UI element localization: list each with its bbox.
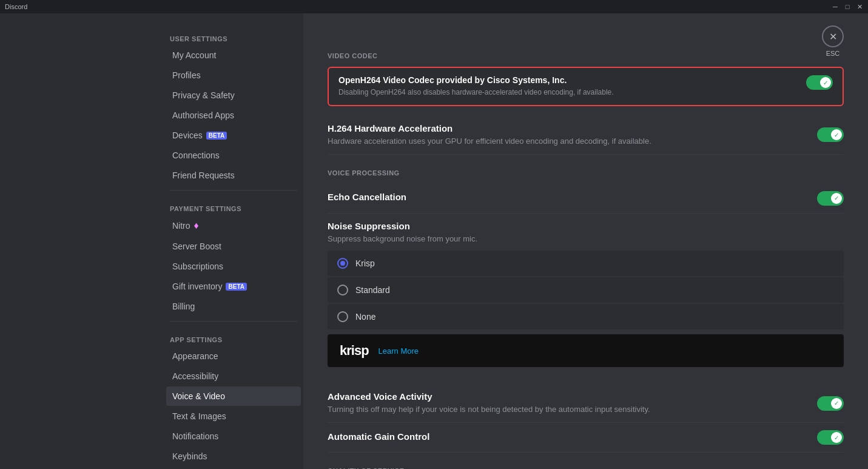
noise-suppression-title: Noise Suppression [328,221,844,231]
noise-suppression-radio-group: Krisp Standard None [328,251,844,329]
echo-cancellation-toggle[interactable]: ✓ [817,191,844,206]
radio-dot-krisp [340,261,345,266]
echo-cancellation-row: Echo Cancellation ✓ [328,184,844,214]
sidebar-item-label: Privacy & Safety [172,90,235,100]
sidebar-item-language[interactable]: Language [166,467,301,469]
settings-content: ✕ ESC VIDEO CODEC OpenH264 Video Codec p… [303,13,868,469]
sidebar-item-label: Gift inventory [172,282,222,291]
noise-suppression-section: Noise Suppression Suppress background no… [328,214,844,384]
toggle-knob: ✓ [831,129,842,140]
radio-label-none: None [355,312,375,322]
sidebar-item-label: Connections [172,150,220,160]
openh264-info: OpenH264 Video Codec provided by Cisco S… [338,75,806,98]
sidebar-item-appearance[interactable]: Appearance [166,346,301,366]
sidebar-item-privacy-safety[interactable]: Privacy & Safety [166,86,301,105]
h264-desc: Hardware acceleration uses your GPU for … [328,136,805,147]
sidebar-item-notifications[interactable]: Notifications [166,427,301,446]
radio-option-none[interactable]: None [328,304,844,329]
sidebar-item-authorised-apps[interactable]: Authorised Apps [166,106,301,125]
toggle-knob: ✓ [831,398,842,409]
sidebar-item-label: Voice & Video [172,391,225,401]
krisp-learn-more[interactable]: Learn More [378,346,419,356]
sidebar-item-label: Billing [172,302,195,311]
sidebar-item-keybinds[interactable]: Keybinds [166,447,301,466]
nitro-icon: ♦ [194,220,199,231]
sidebar-item-my-account[interactable]: My Account [166,46,301,65]
sidebar-item-label: Appearance [172,351,218,361]
app-body: USER SETTINGS My Account Profiles Privac… [0,13,868,469]
radio-label-standard: Standard [355,285,390,295]
sidebar-item-text-images[interactable]: Text & Images [166,407,301,426]
sidebar-item-label: Profiles [172,70,201,80]
radio-circle-krisp [337,258,348,269]
toggle-knob: ✓ [831,432,842,443]
h264-setting-row: H.264 Hardware Acceleration Hardware acc… [328,116,844,155]
krisp-banner: krisp Learn More [328,334,844,367]
window-controls: ─ □ ✕ [832,3,863,10]
title-bar: Discord ─ □ ✕ [0,0,868,13]
check-icon: ✓ [834,434,839,441]
sidebar-item-label: Subscriptions [172,261,223,271]
check-icon: ✓ [834,400,839,407]
h264-info: H.264 Hardware Acceleration Hardware acc… [328,123,817,147]
sidebar-item-nitro[interactable]: Nitro ♦ [166,215,301,236]
payment-settings-label: PAYMENT SETTINGS [164,195,303,215]
sidebar-item-voice-video[interactable]: Voice & Video [166,386,301,406]
echo-cancellation-info: Echo Cancellation [328,192,817,204]
sidebar-item-label: Text & Images [172,411,226,421]
user-settings-label: USER SETTINGS [164,25,303,45]
close-button[interactable]: ✕ [856,3,863,10]
sidebar-item-billing[interactable]: Billing [166,297,301,316]
openh264-setting-box: OpenH264 Video Codec provided by Cisco S… [328,67,844,106]
voice-processing-header: VOICE PROCESSING [328,169,844,177]
radio-option-krisp[interactable]: Krisp [328,251,844,276]
advanced-voice-info: Advanced Voice Activity Turning this off… [328,391,817,415]
sidebar-item-label: Server Boost [172,241,221,251]
sidebar-item-label: Nitro [172,221,190,231]
sidebar-item-label: Keybinds [172,451,207,461]
radio-circle-none [337,311,348,322]
sidebar-item-profiles[interactable]: Profiles [166,66,301,85]
esc-icon: ✕ [822,25,844,47]
openh264-toggle[interactable]: ✓ [806,75,833,90]
devices-badge: BETA [206,132,227,140]
maximize-button[interactable]: □ [844,3,851,10]
sidebar-item-label: Authorised Apps [172,110,234,120]
radio-option-standard[interactable]: Standard [328,277,844,303]
sidebar-item-label: Devices [172,130,203,140]
h264-toggle[interactable]: ✓ [817,127,844,142]
divider-2 [170,321,297,322]
sidebar-item-devices[interactable]: Devices BETA [166,126,301,145]
openh264-title: OpenH264 Video Codec provided by Cisco S… [338,75,794,85]
sidebar-item-friend-requests[interactable]: Friend Requests [166,166,301,185]
auto-gain-info: Automatic Gain Control [328,431,817,444]
sidebar-item-subscriptions[interactable]: Subscriptions [166,257,301,276]
toggle-knob: ✓ [831,193,842,204]
check-icon: ✓ [834,132,839,138]
check-icon: ✓ [834,195,839,201]
sidebar-item-label: My Account [172,50,216,60]
sidebar-item-accessibility[interactable]: Accessibility [166,366,301,386]
sidebar-item-label: Notifications [172,431,218,441]
advanced-voice-toggle[interactable]: ✓ [817,396,844,411]
h264-title: H.264 Hardware Acceleration [328,123,805,133]
krisp-logo: krisp [340,343,369,359]
noise-suppression-desc: Suppress background noise from your mic. [328,234,844,245]
toggle-knob: ✓ [820,77,831,88]
radio-label-krisp: Krisp [355,258,375,268]
advanced-voice-desc: Turning this off may help if your voice … [328,404,805,415]
video-codec-header: VIDEO CODEC [328,52,844,59]
auto-gain-title: Automatic Gain Control [328,431,805,442]
app-settings-label: APP SETTINGS [164,326,303,346]
esc-button[interactable]: ✕ ESC [822,25,844,57]
sidebar-inner: USER SETTINGS My Account Profiles Privac… [164,13,303,469]
radio-circle-standard [337,285,348,295]
auto-gain-toggle[interactable]: ✓ [817,430,844,445]
esc-label: ESC [826,50,840,57]
sidebar-item-gift-inventory[interactable]: Gift inventory BETA [166,277,301,296]
sidebar-item-connections[interactable]: Connections [166,146,301,165]
openh264-desc: Disabling OpenH264 also disables hardwar… [338,87,794,98]
minimize-button[interactable]: ─ [832,3,839,10]
echo-cancellation-title: Echo Cancellation [328,192,805,202]
sidebar-item-server-boost[interactable]: Server Boost [166,237,301,256]
